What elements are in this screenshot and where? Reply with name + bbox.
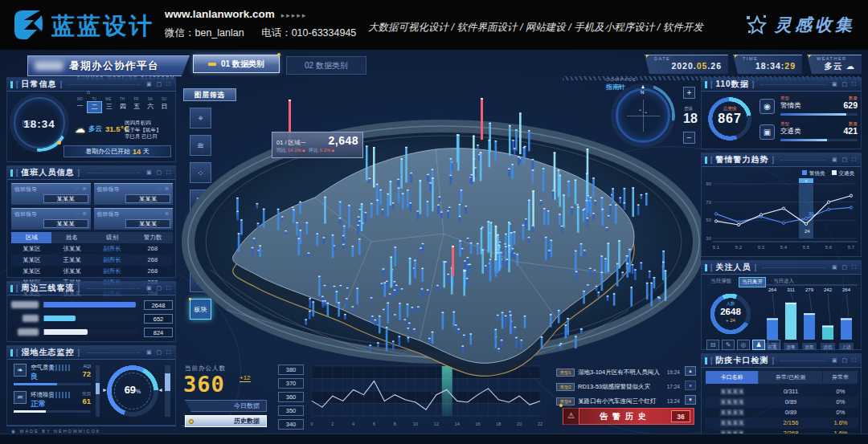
target-icon[interactable]: ◎ [737, 340, 750, 350]
tab-label[interactable]: 01 数据类别 [221, 59, 264, 70]
week-day[interactable]: 日 [158, 101, 171, 113]
car-icon[interactable]: ⊟ [706, 340, 719, 350]
website-url[interactable]: www.lanlanwork.com [165, 8, 275, 20]
zoom-out-button[interactable]: − [683, 132, 695, 144]
panel-window-controls[interactable]: ▣ ▢ ⛶ [832, 157, 858, 163]
today-data-button[interactable]: 今日数据 [185, 400, 267, 412]
page: 蓝蓝设计 www.lanlanwork.com▸▸▸▸▸ 微信：ben_lanl… [0, 0, 868, 444]
banner-dot-decoration [559, 404, 563, 407]
scroll-down-button[interactable]: ▼ [685, 395, 696, 405]
corner-tick [809, 54, 813, 58]
bracket: ] [78, 284, 80, 292]
col-rate[interactable]: 异常率 [823, 371, 858, 384]
alarm-text: 某路口有小汽车连闯三个红灯 [578, 397, 664, 405]
weather-plate: WEATHER 多云 ☁ [807, 55, 862, 74]
duty-card[interactable]: 值班领导⋯ ⊗某某某 [94, 208, 174, 230]
time-sec: 29 [784, 61, 796, 71]
tab-left-today[interactable]: 当日离开 [739, 277, 766, 287]
col-checkpoint[interactable]: 卡口名称 [706, 371, 759, 384]
gauge-value: 867 [706, 112, 753, 126]
history-data-button[interactable]: 历史数据 [185, 415, 267, 427]
panel-window-controls[interactable]: ▣ ▢ ⛶ [832, 357, 858, 364]
compass-center-glyph: ⌃·⌄ [638, 109, 648, 114]
duty-name: 某某某 [125, 219, 170, 228]
week-day[interactable]: 三 [102, 101, 116, 113]
analog-clock: PM 18:34 [14, 97, 65, 149]
card-icons: ⋯ ⊗ [157, 210, 170, 218]
svg-text:2: 2 [331, 422, 334, 426]
duty-card[interactable]: 值班领导⋯ ⊗某某某 [11, 183, 91, 205]
type-name: 交通类 [780, 127, 801, 136]
tab-stay-today[interactable]: 当日滞留 [708, 277, 734, 287]
trend-line-chart[interactable]: 90705030∨30245.15.25.35.45.55.65.7 [705, 177, 858, 255]
panel-title: 防疫卡口检测 [716, 355, 769, 366]
checkpoint-table-header: 卡口名称 异常/已检测 异常率 [706, 371, 858, 384]
trend-panel: [警情警力趋势]▣ ▢ ⛶ 警情类 交通类 90705030∨30245.15.… [701, 153, 862, 257]
panel-window-controls[interactable]: ▣ ▢ ⛶ [146, 169, 172, 176]
bracket: ] [752, 80, 755, 88]
website-link[interactable]: www.lanlanwork.com▸▸▸▸▸ [165, 8, 307, 20]
alarm-row[interactable]: 类型4 某路口有小汽车连闯三个红灯 13:24 [556, 395, 680, 407]
panel-window-controls[interactable]: ▣ ▢ ⛶ [146, 349, 172, 356]
table-row[interactable]: 某某某某0/890% [706, 397, 858, 408]
services-line: 大数据可视化设计 / 软件界面设计 / 网站建设 / 手机及小程序设计 / 软件… [368, 21, 722, 35]
col-detected[interactable]: 异常/已检测 [759, 371, 823, 384]
table-row[interactable]: 某某区王某某副所长268 [11, 255, 173, 266]
cell: 某某某某 [706, 386, 759, 397]
col-count[interactable]: 警力数 [133, 232, 173, 243]
tab-dash-icon [208, 63, 216, 66]
table-row-warning[interactable]: 某某某某2/1561.6% [706, 418, 858, 429]
duty-card[interactable]: 值班领导⋯ ⊗某某某 [94, 183, 174, 205]
week-day[interactable]: 五 [130, 101, 144, 113]
dotted-line [760, 84, 825, 85]
bar-track [43, 329, 139, 335]
panel-window-controls[interactable]: ▣ ▢ ⛶ [832, 81, 858, 88]
panel-window-controls[interactable]: ▣ ▢ ⛶ [146, 285, 172, 291]
sun-cloud-icon: ☁ [75, 123, 85, 135]
focus-bar-chart[interactable]: 264在逃311涉毒279涉黑242涉恐264上访 [763, 282, 859, 351]
traffic-type-row: ▣ 类型 交通类 数量 421 [760, 121, 858, 145]
gauge-track-right[interactable] [165, 365, 170, 417]
tool-icon[interactable]: ✎ [722, 340, 735, 350]
duty-card[interactable]: 值班领导⋯ ⊗某某某 [11, 208, 91, 230]
zoom-in-button[interactable]: + [683, 87, 695, 99]
week-day[interactable]: 六 [144, 101, 158, 113]
bracket: [ [16, 348, 18, 356]
table-row[interactable]: 某某某某0/890% [706, 407, 858, 418]
col-name[interactable]: 姓名 [51, 232, 92, 243]
week-calendar: MOTUWETHFRSASU 一二三四五六日 [73, 97, 171, 113]
week-day[interactable]: 四 [116, 101, 129, 113]
cell: 副所长 [92, 266, 133, 277]
alarm-history-banner[interactable]: ⚠ 告警历史 36 [563, 408, 694, 425]
week-day-active[interactable]: 二 [87, 101, 102, 113]
table-row[interactable]: 某某区张某某副所长268 [11, 266, 173, 277]
legend-item[interactable]: 交通类 [832, 170, 855, 177]
lunar-line: 辛巳月 己巳日 [125, 133, 174, 141]
panel-title: 值班人员信息 [22, 167, 75, 178]
week-cn-row: 一二三四五六日 [73, 101, 171, 113]
bracket: ] [755, 263, 757, 271]
cell: 268 [133, 255, 173, 266]
cell: 0% [823, 386, 858, 397]
table-row[interactable]: 某某区张某某副所长268 [11, 243, 173, 255]
tooltip-rates: 同比 14.1%▲ 环比 6.2%▲ [272, 147, 362, 154]
col-area[interactable]: 区域 [11, 232, 51, 243]
alarm-count-badge: 36 [671, 410, 690, 422]
col-level[interactable]: 级别 [92, 232, 133, 243]
week-day[interactable]: 一 [73, 101, 87, 113]
duty-role: 值班领导 [97, 210, 120, 218]
svg-text:10: 10 [413, 422, 418, 426]
table-row[interactable]: 某某某某0/3110% [706, 386, 858, 397]
gauge-track-left [96, 365, 100, 417]
panel-window-controls[interactable]: ▣ ▢ ⛶ [832, 264, 858, 271]
building-day-icon: ⌂ [87, 89, 90, 95]
flow-bar-row: 824 [11, 327, 173, 337]
header-tick [705, 81, 707, 88]
dotted-line [780, 360, 825, 361]
active-dot [189, 419, 194, 424]
type-label: 类型 [780, 96, 789, 101]
panel-window-controls[interactable]: ▣ ▢ ⛶ [146, 81, 172, 88]
legend-item[interactable]: 警情类 [802, 170, 825, 177]
inspiration-collect[interactable]: 灵感收集 [746, 14, 855, 36]
collect-label[interactable]: 灵感收集 [775, 14, 855, 36]
